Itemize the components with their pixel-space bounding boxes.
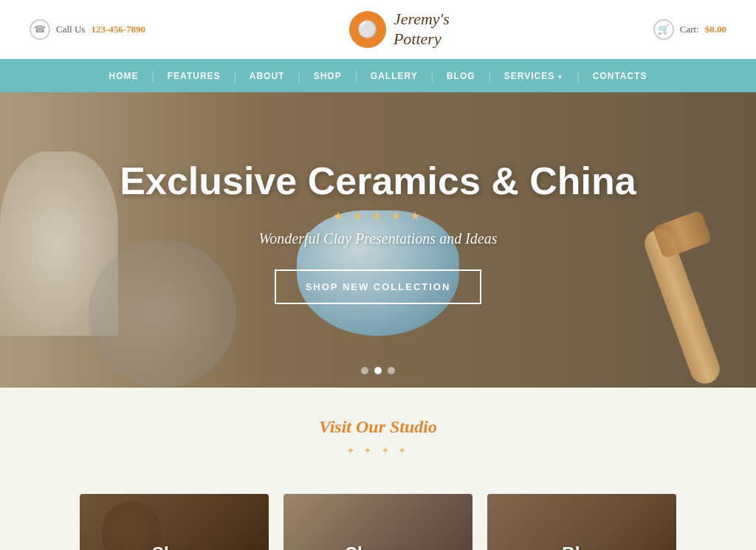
- nav-about[interactable]: ABOUT: [236, 71, 298, 81]
- logo-text: Jeremy's Pottery: [394, 10, 450, 49]
- top-bar: ☎ Call Us 123-456-7890 ⚪ Jeremy's Potter…: [0, 0, 756, 59]
- studio-title: Visit Our Studio: [15, 417, 741, 437]
- card-classes-overlay: [284, 494, 472, 550]
- call-label: Call Us: [56, 24, 85, 35]
- contact-info: ☎ Call Us 123-456-7890: [30, 19, 145, 40]
- hero-title: Exclusive Ceramics & China: [0, 159, 756, 203]
- phone-icon: ☎: [30, 19, 50, 40]
- card-shop[interactable]: Shop: [80, 494, 269, 550]
- hero-dot-3[interactable]: [388, 367, 395, 374]
- hero-section: Exclusive Ceramics & China ★ ★ ★ ★ ★ Won…: [0, 92, 756, 388]
- nav-blog[interactable]: BLOG: [433, 71, 489, 81]
- cards-row: Shop Classes Blog: [0, 479, 756, 550]
- nav-services[interactable]: SERVICES: [491, 71, 577, 81]
- hero-dot-2[interactable]: [374, 367, 382, 374]
- shop-cta-button[interactable]: SHOP NEW COLLECTION: [275, 269, 482, 304]
- main-nav: HOME | FEATURES | ABOUT | SHOP | GALLERY…: [0, 59, 756, 92]
- nav-shop[interactable]: SHOP: [300, 71, 355, 81]
- card-blog-overlay: [487, 494, 676, 550]
- nav-gallery[interactable]: GALLERY: [357, 71, 431, 81]
- logo-icon: ⚪: [349, 11, 386, 48]
- cart-icon[interactable]: 🛒: [653, 19, 674, 40]
- phone-number[interactable]: 123-456-7890: [91, 24, 145, 35]
- hero-slider-dots: [361, 367, 395, 374]
- logo[interactable]: ⚪ Jeremy's Pottery: [349, 10, 450, 49]
- cart-amount: $0.00: [705, 24, 726, 35]
- hero-subtitle: Wonderful Clay Presentations and Ideas: [0, 230, 756, 247]
- studio-section: Visit Our Studio ✦ ✦ ✦ ✦: [0, 388, 756, 479]
- hero-stars: ★ ★ ★ ★ ★: [0, 209, 756, 223]
- nav-home[interactable]: HOME: [96, 71, 152, 81]
- card-shop-label: Shop: [152, 543, 196, 550]
- card-classes[interactable]: Classes: [284, 494, 472, 550]
- cart-label: Cart:: [680, 24, 699, 35]
- cart-area: 🛒 Cart: $0.00: [653, 19, 726, 40]
- studio-stars: ✦ ✦ ✦ ✦: [15, 444, 741, 457]
- card-blog-label: Blog: [562, 543, 601, 550]
- hero-dot-1[interactable]: [361, 367, 368, 374]
- card-classes-label: Classes: [345, 543, 412, 550]
- nav-features[interactable]: FEATURES: [154, 71, 234, 81]
- nav-contacts[interactable]: CONTACTS: [580, 71, 661, 81]
- card-blog[interactable]: Blog: [487, 494, 676, 550]
